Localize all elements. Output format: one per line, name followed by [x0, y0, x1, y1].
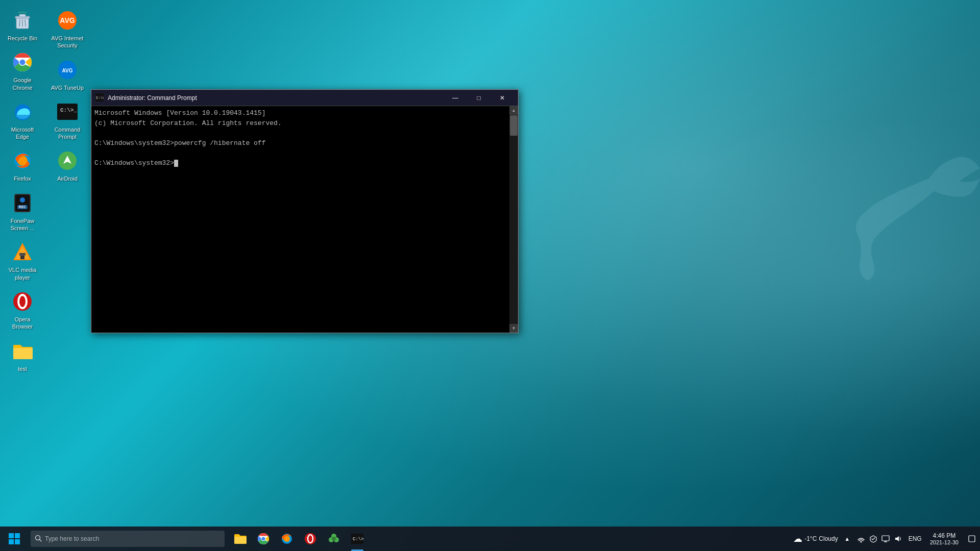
security-icon[interactable] — [868, 527, 879, 551]
svg-rect-33 — [15, 533, 20, 538]
scroll-down-btn[interactable]: ▼ — [509, 324, 518, 333]
desktop-icon-fonepaw[interactable]: REC FonePaw Screen ... — [2, 188, 43, 235]
scrollbar-track[interactable] — [509, 115, 518, 324]
weather-icon: ☁ — [793, 533, 802, 544]
show-hidden-icons-button[interactable]: ▲ — [841, 527, 853, 551]
desktop-icon-microsoft-edge[interactable]: Microsoft Edge — [2, 96, 43, 144]
cmd-cursor — [174, 160, 178, 167]
search-icon — [35, 535, 42, 543]
desktop-icon-vlc[interactable]: VLC media player — [2, 237, 43, 284]
firefox-icon — [11, 149, 34, 172]
scroll-up-btn[interactable]: ▲ — [509, 106, 518, 115]
recycle-bin-label: Recycle Bin — [8, 35, 37, 42]
opera-icon — [11, 290, 34, 313]
avg-internet-label: AVG Internet Security — [49, 35, 86, 49]
cmd-title-icon: C:\> — [95, 93, 105, 103]
search-placeholder-text: Type here to search — [45, 535, 99, 542]
cmd-terminal[interactable]: Microsoft Windows [Version 10.0.19043.14… — [91, 106, 509, 333]
svg-line-37 — [40, 539, 42, 541]
cmd-title-text: Administrator: Command Prompt — [108, 94, 444, 102]
svg-text:C:\>: C:\> — [96, 96, 104, 100]
weather-widget[interactable]: ☁ -1°C Cloudy — [790, 527, 841, 551]
taskbar-opera[interactable] — [299, 527, 322, 551]
taskbar-file-explorer[interactable] — [229, 527, 251, 551]
clock[interactable]: 4:46 PM 2021-12-30 — [925, 527, 964, 551]
taskbar-app-icons: C:\>_ — [229, 527, 369, 551]
recycle-bin-icon — [12, 10, 33, 31]
taskbar-chrome-icon — [257, 532, 270, 545]
weather-temp: -1°C — [804, 535, 817, 542]
svg-rect-32 — [9, 533, 14, 538]
google-chrome-label: Google Chrome — [4, 77, 41, 91]
taskbar-clover-icon — [327, 532, 340, 545]
avg-tuneup-icon: AVG — [56, 59, 79, 81]
svg-line-5 — [25, 19, 26, 27]
windows-logo-icon — [9, 533, 20, 544]
cmd-line4: C:\Windows\system32>powercfg /hibernate … — [94, 138, 506, 148]
svg-point-13 — [20, 197, 25, 203]
scrollbar-thumb[interactable] — [510, 115, 518, 136]
svg-text:AVG: AVG — [60, 16, 75, 24]
taskbar-app5[interactable] — [323, 527, 345, 551]
edge-icon — [11, 101, 34, 123]
svg-rect-2 — [19, 14, 26, 17]
volume-icon[interactable] — [892, 527, 903, 551]
system-tray: ☁ -1°C Cloudy ▲ — [790, 527, 980, 551]
network-icon[interactable] — [855, 527, 867, 551]
desktop-icon-google-chrome[interactable]: Google Chrome — [2, 47, 43, 94]
svg-rect-35 — [15, 539, 20, 544]
taskbar-cmd[interactable]: C:\>_ — [346, 527, 369, 551]
svg-point-51 — [860, 541, 862, 543]
folder-icon — [11, 340, 34, 362]
cmd-line2: (c) Microsoft Corporation. All rights re… — [94, 118, 506, 129]
cmd-line1: Microsoft Windows [Version 10.0.19043.14… — [94, 108, 506, 118]
maximize-button[interactable]: □ — [467, 90, 491, 106]
desktop-icon-recycle-bin[interactable]: Recycle Bin — [2, 5, 43, 45]
display-icon[interactable] — [880, 527, 891, 551]
desktop-icons-column2: AVG AVG Internet Security AVG AVG TuneUp… — [45, 0, 86, 439]
svg-text:REC: REC — [19, 205, 27, 209]
notification-button[interactable] — [964, 527, 980, 551]
cmd-prompt-line: C:\Windows\system32> — [94, 158, 506, 168]
vlc-icon — [11, 241, 34, 263]
desktop-icon-firefox[interactable]: Firefox — [2, 145, 43, 185]
desktop: Recycle Bin Google Chrome — [0, 0, 980, 551]
minimize-button[interactable]: — — [444, 90, 467, 106]
cmd-content-area: Microsoft Windows [Version 10.0.19043.14… — [91, 106, 518, 333]
desktop-icon-test-folder[interactable]: test — [2, 336, 43, 375]
command-prompt-window: C:\> Administrator: Command Prompt — □ ✕… — [91, 89, 519, 333]
taskbar-firefox[interactable] — [276, 527, 298, 551]
desktop-icon-opera[interactable]: Opera Browser — [2, 286, 43, 334]
chrome-icon — [11, 51, 34, 73]
airdroid-label: AirDroid — [57, 175, 78, 182]
tray-icons — [853, 527, 905, 551]
language-indicator[interactable]: ENG — [905, 527, 925, 551]
svg-point-48 — [332, 537, 336, 541]
cmd-icon: C:\>_ — [56, 101, 79, 123]
desktop-icon-airdroid[interactable]: AirDroid — [47, 145, 88, 185]
close-button[interactable]: ✕ — [491, 90, 514, 106]
taskbar: Type here to search — [0, 527, 980, 551]
fonepaw-label: FonePaw Screen ... — [4, 217, 41, 232]
svg-line-3 — [19, 19, 20, 27]
svg-text:C:\>_: C:\>_ — [60, 107, 77, 113]
avg-internet-icon: AVG — [56, 9, 79, 32]
fonepaw-icon: REC — [11, 192, 34, 214]
cmd-scrollbar[interactable]: ▲ ▼ — [509, 106, 518, 333]
desktop-icon-avg-tuneup[interactable]: AVG AVG TuneUp — [47, 55, 88, 94]
svg-text:AVG: AVG — [62, 68, 73, 73]
taskbar-chrome[interactable] — [252, 527, 275, 551]
desktop-icon-command-prompt[interactable]: C:\>_ Command Prompt — [47, 96, 88, 144]
cmd-titlebar[interactable]: C:\> Administrator: Command Prompt — □ ✕ — [91, 90, 518, 106]
svg-rect-20 — [19, 253, 26, 255]
start-button[interactable] — [0, 527, 29, 551]
vlc-label: VLC media player — [4, 266, 41, 281]
notification-icon — [968, 535, 976, 543]
avg-tuneup-label: AVG TuneUp — [51, 84, 84, 91]
cmd-line5 — [94, 148, 506, 158]
desktop-icon-avg-internet[interactable]: AVG AVG Internet Security — [47, 5, 88, 53]
svg-point-8 — [20, 60, 26, 65]
svg-rect-34 — [9, 539, 14, 544]
taskbar-search[interactable]: Type here to search — [31, 531, 225, 547]
clock-time: 4:46 PM — [933, 532, 956, 539]
